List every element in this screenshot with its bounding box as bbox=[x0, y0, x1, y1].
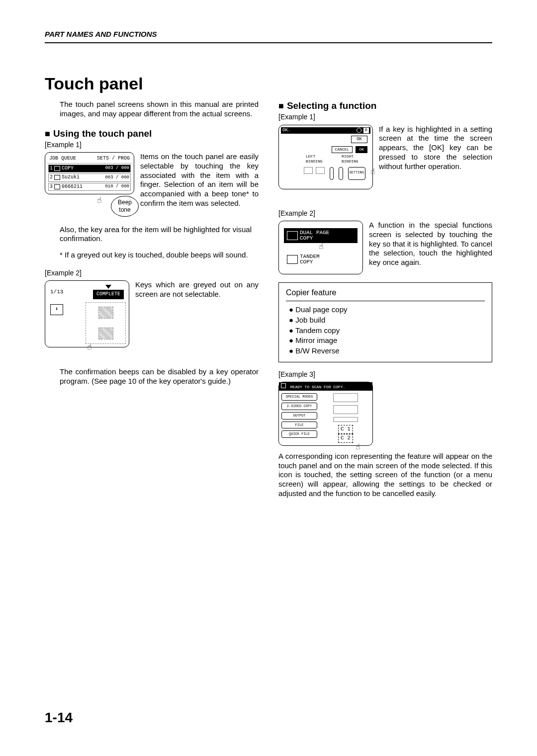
copy-mode-icon bbox=[281, 383, 286, 388]
feature-item: Tandem copy bbox=[289, 326, 485, 336]
special-functions-panel: DUAL PAGECOPY TANDEMCOPY bbox=[278, 221, 363, 274]
left-binding-icon[interactable] bbox=[330, 167, 334, 180]
right-example2-label: [Example 2] bbox=[278, 209, 492, 218]
page-icon bbox=[304, 167, 313, 174]
dual-page-copy-button[interactable]: DUAL PAGECOPY bbox=[284, 228, 358, 243]
special-modes-button[interactable]: SPECIAL MODES bbox=[281, 393, 317, 401]
dual-page-icon bbox=[287, 231, 298, 240]
copy-icon bbox=[54, 166, 60, 171]
page-icon bbox=[316, 167, 325, 174]
job-row-2[interactable]: 2 Suzuki 003 / 000 bbox=[48, 173, 131, 182]
fax-icon bbox=[54, 184, 60, 189]
cancel-button[interactable]: CANCEL bbox=[332, 146, 353, 153]
complete-button[interactable]: COMPLETE bbox=[93, 290, 124, 299]
left-final-text: The confirmation beeps can be disabled b… bbox=[60, 367, 259, 386]
right-ex3-text: A corresponding icon representing the fe… bbox=[278, 452, 492, 499]
right-binding-label: RIGHT BINDING bbox=[342, 154, 367, 164]
refresh-icon bbox=[357, 128, 361, 133]
chevron-down-icon bbox=[105, 285, 111, 289]
tandem-copy-button[interactable]: TANDEMCOPY bbox=[284, 252, 358, 267]
function-icon-c1[interactable]: C 1 bbox=[338, 425, 353, 434]
selecting-function-heading: ■Selecting a function bbox=[278, 100, 492, 112]
right-ex1-text: If a key is highlighted in a setting scr… bbox=[379, 125, 492, 171]
feature-item: Dual page copy bbox=[289, 305, 485, 315]
left-example2-label: [Example 2] bbox=[45, 269, 259, 278]
left-example1-label: [Example 1] bbox=[45, 141, 259, 150]
ok-button[interactable]: OK bbox=[351, 136, 367, 143]
feature-box-title: Copier feature bbox=[286, 288, 485, 301]
tray-icon bbox=[333, 417, 358, 422]
left-ex1-text-b: Also, the key area for the item will be … bbox=[60, 225, 259, 244]
down-arrow-button[interactable]: ⬇ bbox=[50, 304, 63, 315]
right-ex2-text: A function in the special functions scre… bbox=[369, 221, 492, 267]
main-screen-panel: READY TO SCAN FOR COPY. SPECIAL MODES 2-… bbox=[278, 382, 373, 446]
intro-text: The touch panel screens shown in this ma… bbox=[60, 100, 259, 119]
job-row-3[interactable]: 3 0666211 010 / 000 bbox=[48, 183, 131, 191]
counter: 0 bbox=[363, 128, 369, 133]
page-title: Touch panel bbox=[45, 73, 492, 94]
left-note: * If a greyed out key is touched, double… bbox=[60, 251, 259, 260]
setting-panel: OK. 0 OK CANCEL OK LEFT BINDING RIGHT BI… bbox=[278, 125, 373, 189]
section-header: PART NAMES AND FUNCTIONS bbox=[45, 30, 492, 43]
function-icon-c2[interactable]: C 2 bbox=[338, 434, 353, 443]
panel-status: OK. bbox=[282, 128, 290, 133]
job-row-1[interactable]: 1 COPY 003 / 000 bbox=[48, 165, 131, 173]
setting-button[interactable]: SETTING bbox=[348, 167, 365, 180]
job-queue-header-right: SETS / PROG bbox=[97, 156, 130, 162]
feature-item: Mirror image bbox=[289, 336, 485, 345]
copier-feature-box: Copier feature Dual page copy Job build … bbox=[278, 282, 492, 362]
print-icon bbox=[54, 175, 60, 180]
ok-button-2[interactable]: OK bbox=[356, 146, 367, 153]
tray-icon bbox=[333, 405, 358, 414]
tray-icon bbox=[333, 393, 358, 402]
job-queue-header-left: JOB QUEUE bbox=[49, 156, 76, 162]
page-number: 1-14 bbox=[45, 709, 73, 726]
greyed-key-icon-2 bbox=[98, 328, 113, 339]
job-queue-panel: JOB QUEUE SETS / PROG 1 COPY 003 / 000 2… bbox=[45, 152, 134, 194]
right-column: ■Selecting a function [Example 1] OK. 0 … bbox=[278, 100, 492, 498]
greyed-key-icon bbox=[98, 307, 113, 319]
page-fraction: 1/13 bbox=[50, 289, 63, 296]
output-button[interactable]: OUTPUT bbox=[281, 412, 317, 420]
left-column: The touch panel screens shown in this ma… bbox=[45, 100, 259, 498]
ready-status: READY TO SCAN FOR COPY. bbox=[279, 382, 372, 391]
feature-item: Job build bbox=[289, 316, 485, 325]
right-example1-label: [Example 1] bbox=[278, 113, 492, 122]
two-sided-copy-button[interactable]: 2-SIDED COPY bbox=[281, 403, 317, 410]
right-binding-icon[interactable] bbox=[339, 167, 343, 180]
file-button[interactable]: FILE bbox=[281, 421, 317, 429]
left-ex2-text: Keys which are greyed out on any screen … bbox=[135, 280, 259, 299]
right-example3-label: [Example 3] bbox=[278, 370, 492, 379]
using-touch-panel-heading: ■Using the touch panel bbox=[45, 128, 259, 140]
quick-file-button[interactable]: QUICK FILE bbox=[281, 430, 317, 438]
feature-item: B/W Reverse bbox=[289, 346, 485, 356]
left-binding-label: LEFT BINDING bbox=[306, 154, 330, 164]
beep-tone-bubble: Beep tone bbox=[111, 196, 139, 217]
left-ex2-panel: 1/13 COMPLETE ⬇ bbox=[45, 280, 129, 347]
left-ex1-text: Items on the touch panel are easily sele… bbox=[140, 152, 259, 208]
tandem-icon bbox=[287, 255, 298, 264]
